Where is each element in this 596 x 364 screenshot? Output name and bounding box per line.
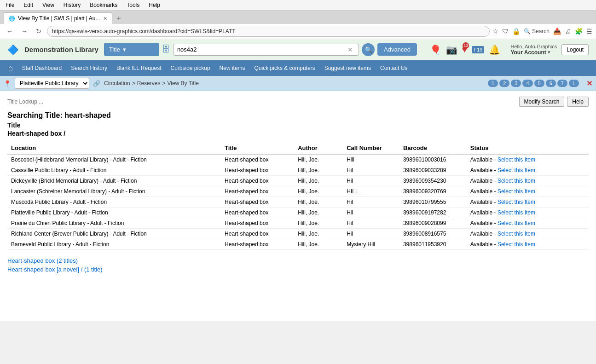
camera-icon[interactable]: 📷	[446, 44, 457, 55]
select-item-link-7[interactable]: Select this Item	[498, 231, 535, 237]
nav-menu: ⌂ Staff Dashboard Search History Blank I…	[0, 60, 596, 76]
page-1-button[interactable]: 1	[488, 80, 498, 87]
page-6-button[interactable]: 6	[546, 80, 556, 87]
cell-location-7: Richland Center (Brewer Public Library) …	[7, 229, 221, 239]
page-3-button[interactable]: 3	[511, 80, 521, 87]
cell-author-3: Hill, Joe.	[294, 186, 343, 197]
clear-search-icon[interactable]: ✕	[347, 46, 353, 53]
results-table: Location Title Author Call Number Barcod…	[7, 143, 589, 250]
select-item-link-4[interactable]: Select this Item	[498, 199, 535, 205]
select-item-link-5[interactable]: Select this Item	[498, 209, 535, 216]
account-info: Hello, Auto-Graphics Your Account ▾	[510, 44, 557, 56]
nav-blank-ill-request[interactable]: Blank ILL Request	[112, 61, 166, 75]
cell-callnumber-4: Hil	[343, 197, 399, 208]
col-header-barcode: Barcode	[399, 143, 467, 155]
tab-close-button[interactable]: ✕	[103, 16, 107, 22]
library-logo: 🔷	[7, 44, 19, 55]
menu-bookmarks[interactable]: Bookmarks	[88, 1, 119, 9]
bookmark-icon[interactable]: ☆	[492, 28, 498, 35]
cell-location-0: Boscobel (Hildebrand Memorial Library) -…	[7, 155, 221, 165]
cell-status-3: Available - Select this Item	[467, 186, 589, 197]
footer-link-0[interactable]: Heart-shaped box (2 titles)	[7, 257, 589, 264]
breadcrumb: Circulation > Reserves > View By Title	[104, 80, 199, 87]
advanced-search-button[interactable]: Advanced	[377, 43, 417, 56]
cell-barcode-3: 39896009320769	[399, 186, 467, 197]
url-bar[interactable]	[47, 26, 490, 37]
cell-location-5: Platteville Public Library - Adult - Fic…	[7, 208, 221, 218]
nav-curbside-pickup[interactable]: Curbside pickup	[166, 61, 215, 75]
cell-callnumber-0: Hill	[343, 155, 399, 165]
firefox-search[interactable]: 🔍 Search	[524, 28, 550, 35]
breadcrumb-view-by-title[interactable]: View By Title	[167, 80, 198, 87]
heart-icon[interactable]: ♥ 13	[462, 44, 468, 55]
search-go-button[interactable]: 🔍	[362, 43, 375, 56]
extensions-icon[interactable]: 🧩	[575, 28, 583, 35]
account-dropdown-icon[interactable]: ▾	[548, 49, 550, 55]
help-button[interactable]: Help	[567, 97, 589, 107]
menu-history[interactable]: History	[62, 1, 82, 9]
forward-button[interactable]: →	[18, 26, 30, 37]
account-name[interactable]: Your Account	[510, 49, 546, 56]
menu-file[interactable]: File	[4, 1, 16, 9]
cell-barcode-5: 39896009197282	[399, 208, 467, 218]
table-row: Barneveld Public Library - Adult - Ficti…	[7, 239, 589, 250]
nav-search-history[interactable]: Search History	[66, 61, 112, 75]
modify-help-buttons: Modify Search Help	[519, 97, 589, 107]
refresh-button[interactable]: ↻	[33, 26, 44, 37]
menu-tools[interactable]: Tools	[125, 1, 141, 9]
col-header-title: Title	[221, 143, 294, 155]
location-select[interactable]: Platteville Public Library	[15, 78, 89, 89]
breadcrumb-reserves[interactable]: Reserves	[137, 80, 161, 87]
select-item-link-3[interactable]: Select this Item	[498, 188, 535, 195]
library-name: Demonstration Library	[24, 46, 98, 53]
menu-icon[interactable]: ☰	[586, 28, 592, 35]
select-item-link-8[interactable]: Select this Item	[498, 241, 535, 248]
table-row: Prairie du Chien Public Library - Adult …	[7, 218, 589, 229]
app-header: 🔷 Demonstration Library Title ▾ 🗄 ✕ 🔍 Ad…	[0, 39, 596, 60]
active-tab[interactable]: 🌐 View By Title | SWLS | platt | Au... ✕	[4, 12, 112, 24]
search-input[interactable]	[177, 46, 347, 53]
bell-icon[interactable]: 🔔	[489, 44, 500, 55]
home-icon[interactable]: ⌂	[4, 60, 17, 76]
footer-link-1[interactable]: Heart-shaped box [a novel] / (1 title)	[7, 266, 589, 273]
cell-status-6: Available - Select this Item	[467, 218, 589, 229]
page-7-button[interactable]: 7	[557, 80, 567, 87]
nav-suggest-new-items[interactable]: Suggest new items	[320, 61, 376, 75]
close-button[interactable]: ✕	[586, 79, 592, 88]
page-4-button[interactable]: 4	[522, 80, 532, 87]
menu-help[interactable]: Help	[147, 1, 162, 9]
pocket-icon[interactable]: 📥	[553, 28, 561, 35]
cell-location-6: Prairie du Chien Public Library - Adult …	[7, 218, 221, 229]
table-row: Boscobel (Hildebrand Memorial Library) -…	[7, 155, 589, 165]
main-content: Title Lookup ... Modify Search Help Sear…	[0, 91, 596, 321]
nav-quick-picks[interactable]: Quick picks & computers	[250, 61, 320, 75]
page-l-button[interactable]: L	[569, 80, 579, 87]
nav-contact-us[interactable]: Contact Us	[376, 61, 412, 75]
print-icon[interactable]: 🖨	[565, 28, 571, 35]
balloon-icon[interactable]: 🎈	[430, 44, 441, 55]
breadcrumb-sep1: >	[132, 80, 135, 87]
cell-title-0: Heart-shaped box	[221, 155, 294, 165]
menu-view[interactable]: View	[41, 1, 56, 9]
f19-icon[interactable]: F19	[472, 46, 484, 53]
select-item-link-2[interactable]: Select this Item	[498, 178, 535, 184]
back-button[interactable]: ←	[4, 26, 16, 37]
menu-edit[interactable]: Edit	[22, 1, 35, 9]
cell-author-4: Hill, Joe.	[294, 197, 343, 208]
select-item-link-1[interactable]: Select this Item	[498, 167, 535, 173]
nav-staff-dashboard[interactable]: Staff Dashboard	[17, 61, 67, 75]
new-tab-button[interactable]: +	[114, 13, 124, 23]
page-2-button[interactable]: 2	[499, 80, 509, 87]
account-section: Hello, Auto-Graphics Your Account ▾ Logo…	[510, 44, 589, 56]
page-5-button[interactable]: 5	[534, 80, 544, 87]
modify-search-button[interactable]: Modify Search	[519, 97, 565, 107]
chevron-down-icon: ▾	[123, 46, 126, 53]
nav-new-items[interactable]: New items	[215, 61, 250, 75]
logout-button[interactable]: Logout	[561, 44, 589, 55]
search-type-dropdown[interactable]: Title ▾	[104, 43, 159, 56]
select-item-link-6[interactable]: Select this Item	[498, 220, 535, 226]
breadcrumb-circulation[interactable]: Circulation	[104, 80, 130, 87]
col-header-status: Status	[467, 143, 589, 155]
select-item-link-0[interactable]: Select this Item	[498, 156, 535, 163]
cell-barcode-0: 39896010003016	[399, 155, 467, 165]
